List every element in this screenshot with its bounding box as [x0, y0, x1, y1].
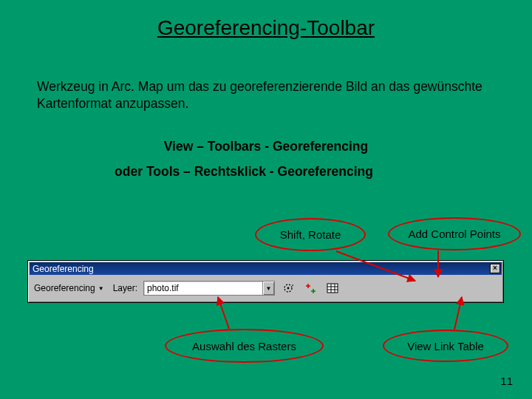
- menu-path-2: oder Tools – Rechtsklick - Georeferencin…: [0, 164, 532, 180]
- layer-select[interactable]: photo.tif ▼: [143, 281, 275, 296]
- annotation-view-link-table: View Link Table: [383, 330, 508, 362]
- layer-label: Layer:: [112, 283, 139, 293]
- menu-path-1: View – Toolbars - Georeferencing: [0, 139, 532, 154]
- annotation-shift-rotate: Shift, Rotate: [255, 218, 366, 251]
- window-titlebar[interactable]: Georeferencing ×: [30, 262, 502, 275]
- chevron-down-icon[interactable]: ▼: [262, 282, 274, 295]
- control-points-icon[interactable]: [301, 280, 319, 296]
- window-title: Georeferencing: [33, 264, 94, 274]
- page-number: 11: [500, 375, 513, 387]
- georeferencing-menu-button[interactable]: Georeferencing ▼: [31, 282, 107, 295]
- svg-rect-6: [327, 284, 338, 293]
- close-icon[interactable]: ×: [490, 264, 500, 273]
- annotation-add-control-points: Add Control Points: [388, 217, 521, 250]
- slide-title: Georeferencing-Toolbar: [0, 16, 532, 40]
- georeferencing-menu-label: Georeferencing: [34, 283, 95, 293]
- link-table-icon[interactable]: [324, 280, 341, 296]
- chevron-down-icon: ▼: [98, 285, 104, 292]
- slide-description: Werkzeug in Arc. Map um das zu georefere…: [37, 78, 495, 112]
- svg-point-1: [287, 287, 290, 290]
- rotate-icon[interactable]: [279, 280, 297, 296]
- layer-value: photo.tif: [144, 283, 262, 293]
- georeferencing-toolbar-window: Georeferencing × Georeferencing ▼ Layer:…: [27, 260, 504, 303]
- annotation-raster-select: Auswahl des Rasters: [165, 329, 324, 363]
- toolbar-row: Georeferencing ▼ Layer: photo.tif ▼: [31, 277, 500, 299]
